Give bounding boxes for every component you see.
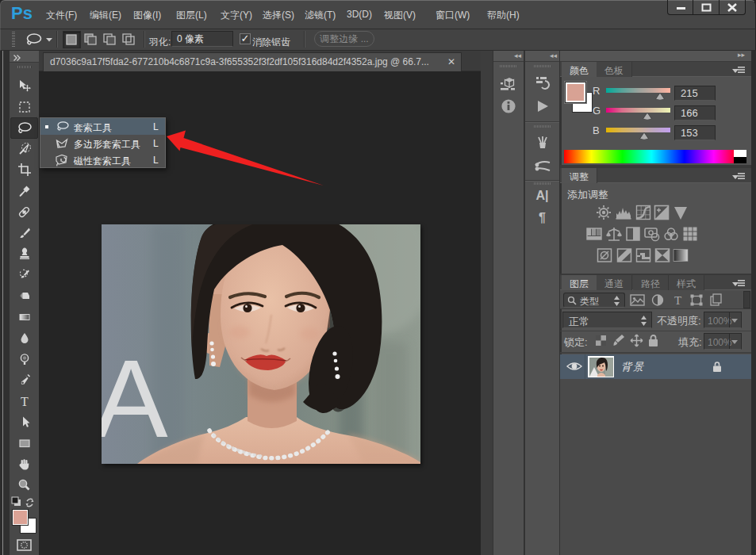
- svg-text:T: T: [674, 294, 681, 307]
- svg-text:A: A: [102, 336, 168, 461]
- svg-text:T: T: [21, 395, 29, 408]
